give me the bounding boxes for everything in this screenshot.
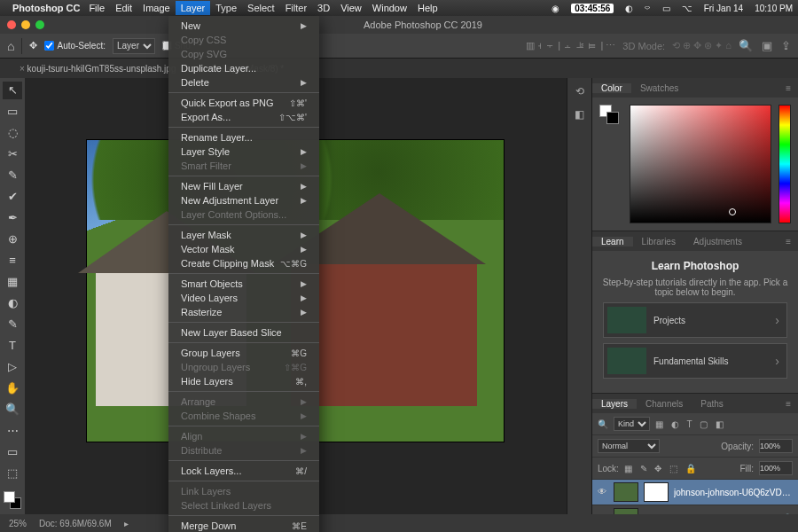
battery-icon[interactable]: ▭ bbox=[662, 4, 670, 13]
opacity-input[interactable] bbox=[759, 439, 793, 453]
fill-input[interactable] bbox=[759, 461, 793, 475]
menu-item-video-layers[interactable]: Video Layers▶ bbox=[168, 291, 319, 305]
switch-icon[interactable]: ⌥ bbox=[682, 4, 692, 13]
fg-bg-colors[interactable] bbox=[4, 491, 21, 509]
menu-item-rename-layer-[interactable]: Rename Layer... bbox=[168, 130, 319, 145]
record-icon[interactable]: ◉ bbox=[552, 4, 559, 13]
menu-layer[interactable]: Layer bbox=[176, 1, 211, 15]
panel-menu-icon[interactable]: ≡ bbox=[778, 83, 798, 93]
tool-10[interactable]: ◐ bbox=[3, 294, 22, 312]
panel-tab-paths[interactable]: Paths bbox=[692, 399, 732, 409]
tool-12[interactable]: T bbox=[3, 337, 22, 355]
tool-4[interactable]: ✎ bbox=[3, 167, 22, 184]
menu-select[interactable]: Select bbox=[247, 3, 275, 13]
timer[interactable]: 03:45:56 bbox=[571, 4, 614, 13]
document-tab[interactable]: × kouji-tsuru-hkiIGmT85ss-unsplash.jpg bbox=[5, 60, 185, 77]
cloud-icon[interactable]: ◐ bbox=[625, 4, 633, 13]
menu-item-layer-mask[interactable]: Layer Mask▶ bbox=[168, 228, 319, 242]
menu-3d[interactable]: 3D bbox=[317, 3, 330, 13]
panel-menu-icon[interactable]: ≡ bbox=[778, 399, 798, 409]
panel-tab-adjustments[interactable]: Adjustments bbox=[685, 237, 751, 246]
visibility-icon[interactable]: 👁 bbox=[598, 487, 608, 497]
tool-6[interactable]: ✒ bbox=[3, 209, 22, 227]
tool-2[interactable]: ◌ bbox=[3, 124, 22, 142]
history-icon[interactable]: ⟲ bbox=[575, 85, 584, 98]
menu-item-new-fill-layer[interactable]: New Fill Layer▶ bbox=[168, 179, 319, 193]
menu-item-group-layers[interactable]: Group Layers⌘G bbox=[168, 346, 319, 360]
panel-tab-learn[interactable]: Learn bbox=[592, 237, 633, 246]
tool-14[interactable]: ✋ bbox=[3, 379, 22, 397]
auto-select-dropdown[interactable]: Layer bbox=[113, 38, 155, 54]
menu-item-new-layer-based-slice[interactable]: New Layer Based Slice bbox=[168, 325, 319, 340]
menu-item-merge-down[interactable]: Merge Down⌘E bbox=[168, 519, 319, 532]
tool-17[interactable]: ▭ bbox=[3, 443, 22, 461]
auto-select-checkbox[interactable]: Auto-Select: bbox=[44, 41, 105, 51]
menu-image[interactable]: Image bbox=[143, 3, 170, 13]
menu-item-smart-objects[interactable]: Smart Objects▶ bbox=[168, 277, 319, 291]
tool-11[interactable]: ✎ bbox=[3, 316, 22, 333]
panel-tab-color[interactable]: Color bbox=[592, 83, 631, 93]
menu-item-duplicate-layer-[interactable]: Duplicate Layer... bbox=[168, 61, 319, 75]
tool-13[interactable]: ▷ bbox=[3, 358, 22, 376]
menu-type[interactable]: Type bbox=[215, 3, 237, 13]
menu-view[interactable]: View bbox=[340, 3, 362, 13]
tool-1[interactable]: ▭ bbox=[3, 103, 22, 121]
tool-0[interactable]: ↖ bbox=[3, 82, 22, 99]
doc-size-arrow[interactable]: ▸ bbox=[124, 519, 129, 528]
menu-item-hide-layers[interactable]: Hide Layers⌘, bbox=[168, 374, 319, 388]
minimize-icon[interactable] bbox=[21, 20, 30, 29]
menu-item-new[interactable]: New▶ bbox=[168, 19, 319, 33]
menu-item-rasterize[interactable]: Rasterize▶ bbox=[168, 305, 319, 319]
lock-icons[interactable]: ▦ ✎ ✥ ⬚ 🔒 bbox=[624, 464, 699, 473]
close-icon[interactable] bbox=[7, 20, 16, 29]
menu-item-quick-export-as-png[interactable]: Quick Export as PNG⇧⌘' bbox=[168, 96, 319, 110]
tool-18[interactable]: ⬚ bbox=[3, 465, 22, 482]
menu-edit[interactable]: Edit bbox=[115, 3, 132, 13]
workspace-icon[interactable]: ▣ bbox=[762, 39, 772, 52]
fg-bg-swatch[interactable] bbox=[599, 105, 619, 124]
panel-tab-layers[interactable]: Layers bbox=[592, 399, 637, 409]
menu-help[interactable]: Help bbox=[418, 3, 438, 13]
share-icon[interactable]: ⇪ bbox=[781, 39, 791, 52]
layer-filter-kind[interactable]: Kind bbox=[614, 417, 650, 431]
app-name[interactable]: Photoshop CC bbox=[12, 3, 80, 13]
zoom-icon[interactable] bbox=[35, 20, 44, 29]
zoom-level[interactable]: 25% bbox=[9, 519, 27, 528]
home-icon[interactable]: ⌂ bbox=[7, 39, 14, 53]
layer-thumb[interactable] bbox=[614, 482, 638, 502]
hue-slider[interactable] bbox=[778, 105, 791, 223]
tool-16[interactable]: ⋯ bbox=[3, 422, 22, 440]
menu-item-create-clipping-mask[interactable]: Create Clipping Mask⌥⌘G bbox=[168, 256, 319, 270]
color-field[interactable] bbox=[630, 105, 771, 223]
mask-thumb[interactable] bbox=[644, 482, 669, 502]
panel-tab-swatches[interactable]: Swatches bbox=[631, 83, 687, 93]
doc-size[interactable]: Doc: 69.6M/69.6M bbox=[39, 519, 112, 528]
tool-5[interactable]: ✔ bbox=[3, 188, 22, 206]
search-icon[interactable]: 🔍 bbox=[739, 39, 753, 52]
panel-tab-libraries[interactable]: Libraries bbox=[633, 237, 685, 246]
tool-3[interactable]: ✂ bbox=[3, 145, 22, 163]
layer-name[interactable]: johnson-johnson-U6Q6zVDgmSs-unsplash bbox=[674, 488, 793, 497]
menu-item-layer-style[interactable]: Layer Style▶ bbox=[168, 145, 319, 159]
tool-7[interactable]: ⊕ bbox=[3, 231, 22, 248]
menu-item-export-as-[interactable]: Export As...⇧⌥⌘' bbox=[168, 110, 319, 124]
traffic-lights[interactable] bbox=[7, 20, 44, 29]
layer-row[interactable]: 👁johnson-johnson-U6Q6zVDgmSs-unsplash bbox=[592, 480, 798, 505]
menu-item-new-adjustment-layer[interactable]: New Adjustment Layer▶ bbox=[168, 193, 319, 207]
menu-file[interactable]: File bbox=[89, 3, 105, 13]
filter-icons[interactable]: ▦ ◐ T ▢ ◧ bbox=[655, 419, 726, 429]
wifi-icon[interactable]: ⌔ bbox=[645, 4, 650, 13]
properties-icon[interactable]: ◧ bbox=[575, 108, 584, 121]
blend-mode-dropdown[interactable]: Normal bbox=[598, 439, 660, 453]
tool-8[interactable]: ≡ bbox=[3, 252, 22, 270]
learn-row[interactable]: Projects› bbox=[603, 302, 787, 338]
panel-menu-icon[interactable]: ≡ bbox=[778, 237, 798, 246]
menu-item-delete[interactable]: Delete▶ bbox=[168, 75, 319, 90]
panel-tab-channels[interactable]: Channels bbox=[637, 399, 692, 409]
tool-15[interactable]: 🔍 bbox=[3, 401, 22, 419]
menu-item-vector-mask[interactable]: Vector Mask▶ bbox=[168, 242, 319, 256]
move-tool-icon[interactable]: ✥ bbox=[29, 40, 37, 51]
tool-9[interactable]: ▦ bbox=[3, 273, 22, 291]
menu-filter[interactable]: Filter bbox=[286, 3, 307, 13]
learn-row[interactable]: Fundamental Skills› bbox=[603, 343, 787, 379]
